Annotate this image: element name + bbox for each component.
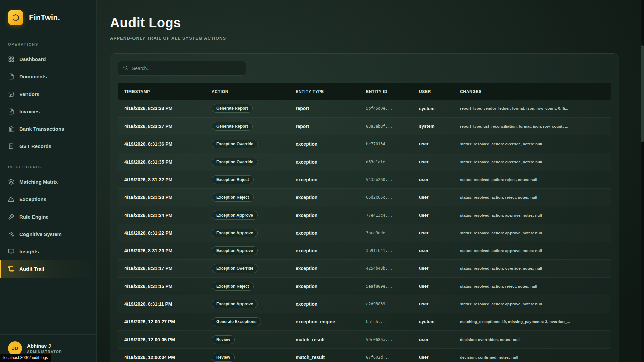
sidebar-item-matching-matrix[interactable]: Matching Matrix [0, 173, 96, 190]
table-row[interactable]: 4/19/2026, 8:33:33 PMGenerate Reportrepo… [118, 100, 611, 117]
cell-changes: status: resolved, action: approve, notes… [453, 206, 611, 224]
cell-user: system [412, 100, 453, 117]
table-header: TIMESTAMPACTIONENTITY TYPEENTITY IDUSERC… [118, 83, 611, 100]
sidebar-item-label: Cognitive System [19, 231, 62, 237]
sidebar-item-cognitive-system[interactable]: Cognitive System [0, 225, 96, 243]
sidebar: FinTwin. OPERATIONSDashboardDocumentsVen… [0, 0, 97, 362]
cell-entity-id: batch... [359, 313, 412, 330]
cell-entity-type: exception [289, 188, 359, 206]
cell-timestamp: 4/19/2026, 12:00:05 PM [118, 330, 205, 348]
table-row[interactable]: 4/19/2026, 8:31:32 PMException Rejectexc… [118, 171, 611, 188]
cell-action: Exception Override [205, 135, 289, 153]
cell-timestamp: 4/19/2026, 8:31:15 PM [118, 277, 205, 295]
cell-changes: status: resolved, action: override, note… [453, 259, 611, 277]
cell-user: user [412, 295, 453, 313]
sidebar-item-vendors[interactable]: Vendors [0, 85, 96, 103]
search-box[interactable] [118, 61, 246, 76]
cell-timestamp: 4/19/2026, 8:31:36 PM [118, 135, 205, 153]
table-row[interactable]: 4/19/2026, 8:31:17 PMException Overridee… [118, 259, 611, 277]
cell-entity-type: match_result [289, 330, 359, 348]
receipt-icon [8, 143, 14, 149]
table-row[interactable]: 4/19/2026, 8:31:24 PMException Approveex… [118, 206, 611, 224]
scrollbar[interactable] [641, 0, 644, 362]
cell-entity-id: 5eaf889e... [359, 277, 412, 295]
action-badge: Exception Approve [212, 211, 258, 220]
cell-user: user [412, 171, 453, 188]
column-header: USER [412, 83, 453, 100]
action-badge: Review [212, 353, 235, 362]
table-row[interactable]: 4/19/2026, 8:31:30 PMException Rejectexc… [118, 188, 611, 206]
cell-entity-id: 5433b260... [359, 171, 412, 188]
cell-timestamp: 4/19/2026, 8:31:24 PM [118, 206, 205, 224]
cell-entity-id: 66d2c65c... [359, 188, 412, 206]
cell-timestamp: 4/19/2026, 8:31:11 PM [118, 295, 205, 313]
cell-entity-id: 5bf45d0e... [359, 100, 412, 117]
cell-entity-type: exception [289, 171, 359, 188]
cell-entity-id: d63e1afe... [359, 153, 412, 171]
cell-timestamp: 4/19/2026, 12:00:04 PM [118, 348, 205, 362]
action-badge: Exception Approve [212, 246, 258, 255]
sidebar-item-documents[interactable]: Documents [0, 68, 96, 85]
cell-timestamp: 4/19/2026, 8:33:33 PM [118, 100, 205, 117]
hexagon-icon [12, 14, 20, 22]
table-row[interactable]: 4/19/2026, 12:00:04 PMReviewmatch_result… [118, 348, 611, 362]
cell-entity-id: 83a3ab8f... [359, 117, 412, 135]
sidebar-item-bank-transactions[interactable]: Bank Transactions [0, 120, 96, 137]
search-icon-slot [123, 65, 128, 72]
sidebar-item-audit-trail[interactable]: Audit Trail [0, 260, 96, 278]
cell-changes: decision: overridden, notes: null [453, 330, 611, 348]
scrollbar-thumb[interactable] [641, 45, 644, 142]
table-row[interactable]: 4/19/2026, 12:00:27 PMGenerate Exception… [118, 313, 611, 330]
cell-entity-type: report [289, 100, 359, 117]
table-row[interactable]: 4/19/2026, 8:31:35 PMException Overridee… [118, 153, 611, 171]
cell-entity-type: exception_engine [289, 313, 359, 330]
table-row[interactable]: 4/19/2026, 8:31:36 PMException Overridee… [118, 135, 611, 153]
cell-user: user [412, 135, 453, 153]
cell-timestamp: 4/19/2026, 8:31:30 PM [118, 188, 205, 206]
column-header: ENTITY TYPE [289, 83, 359, 100]
audit-table: TIMESTAMPACTIONENTITY TYPEENTITY IDUSERC… [118, 83, 611, 362]
page-title: Audit Logs [110, 15, 619, 30]
cell-user: user [412, 153, 453, 171]
sidebar-item-exceptions[interactable]: Exceptions [0, 190, 96, 208]
cell-entity-id: 87f602d... [359, 348, 412, 362]
table-body: 4/19/2026, 8:33:33 PMGenerate Reportrepo… [118, 100, 611, 362]
table-row[interactable]: 4/19/2026, 8:31:20 PMException Approveex… [118, 242, 611, 259]
table-row[interactable]: 4/19/2026, 8:31:22 PMException Approveex… [118, 224, 611, 242]
cell-timestamp: 4/19/2026, 12:00:27 PM [118, 313, 205, 330]
table-row[interactable]: 4/19/2026, 12:00:05 PMReviewmatch_result… [118, 330, 611, 348]
brand-logo [8, 10, 23, 25]
cell-user: user [412, 277, 453, 295]
cell-entity-type: exception [289, 206, 359, 224]
sidebar-item-label: Bank Transactions [19, 126, 64, 132]
action-badge: Generate Exceptions [212, 317, 261, 326]
cell-user: system [412, 117, 453, 135]
action-badge: Exception Approve [212, 300, 258, 308]
sidebar-item-insights[interactable]: Insights [0, 243, 96, 260]
cell-timestamp: 4/19/2026, 8:31:17 PM [118, 259, 205, 277]
cell-entity-type: exception [289, 135, 359, 153]
sidebar-item-dashboard[interactable]: Dashboard [0, 50, 96, 68]
alert-triangle-icon [8, 196, 14, 202]
cell-entity-id: be770134... [359, 135, 412, 153]
cell-entity-type: exception [289, 259, 359, 277]
sidebar-item-label: Audit Trail [19, 266, 44, 272]
cell-changes: status: resolved, action: approve, notes… [453, 224, 611, 242]
search-input[interactable] [132, 66, 241, 71]
cell-timestamp: 4/19/2026, 8:31:22 PM [118, 224, 205, 242]
store-icon [8, 91, 14, 97]
audit-logs-card: TIMESTAMPACTIONENTITY TYPEENTITY IDUSERC… [110, 53, 619, 362]
table-row[interactable]: 4/19/2026, 8:33:27 PMGenerate Reportrepo… [118, 117, 611, 135]
sidebar-item-gst-records[interactable]: GST Records [0, 137, 96, 155]
sidebar-item-invoices[interactable]: Invoices [0, 103, 96, 120]
table-row[interactable]: 4/19/2026, 8:31:11 PMException Approveex… [118, 295, 611, 313]
table-row[interactable]: 4/19/2026, 8:31:15 PMException Rejectexc… [118, 277, 611, 295]
layers-icon [8, 179, 14, 185]
status-url: localhost:3000/audit-logs [0, 354, 51, 362]
sidebar-item-rule-engine[interactable]: Rule Engine [0, 208, 96, 225]
brand[interactable]: FinTwin. [0, 0, 96, 32]
action-badge: Exception Override [212, 264, 258, 273]
column-header: CHANGES [453, 83, 611, 100]
cell-action: Exception Override [205, 259, 289, 277]
sidebar-item-label: Matching Matrix [19, 179, 58, 185]
